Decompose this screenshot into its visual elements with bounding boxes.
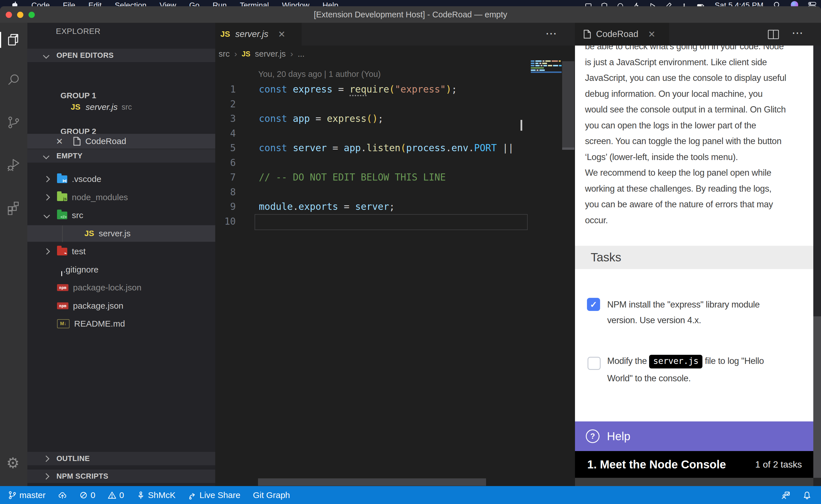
close-icon[interactable]: ✕: [56, 136, 63, 146]
warning-icon: [108, 491, 116, 499]
tree-item-label: package.json: [73, 301, 123, 311]
editor-group-1: JS server.js ✕ ⋯ src › JS server.js › ..…: [215, 23, 575, 486]
pen-icon[interactable]: [665, 1, 672, 6]
webview-scrollbar-thumb[interactable]: [813, 46, 821, 316]
tree-item-.vscode[interactable]: ⋈.vscode: [27, 171, 215, 187]
code-line-2[interactable]: 2: [215, 97, 529, 112]
status-item-master[interactable]: master: [8, 490, 46, 500]
open-editor-coderoad[interactable]: ✕ CodeRoad: [27, 134, 215, 149]
shield-icon[interactable]: [600, 1, 608, 6]
tree-item-label: .gitignore: [63, 265, 98, 274]
npm-scripts-header[interactable]: NPM SCRIPTS: [27, 470, 215, 483]
menu-file[interactable]: File: [63, 1, 75, 6]
siri-icon[interactable]: [791, 1, 798, 6]
code-line-6[interactable]: 6: [215, 155, 529, 170]
editor-vertical-scrollbar[interactable]: [562, 61, 574, 149]
help-bar[interactable]: ? Help: [575, 421, 813, 451]
code-line-9[interactable]: 9module.exports = server;: [215, 199, 529, 214]
chevron-right-icon: [44, 176, 50, 183]
run-and-debug-icon[interactable]: [7, 158, 21, 171]
bell-icon[interactable]: [803, 491, 811, 499]
code-line-1[interactable]: 1const express = require("express");: [215, 82, 529, 97]
source-control-icon[interactable]: [7, 116, 21, 129]
menu-terminal[interactable]: Terminal: [240, 1, 269, 6]
open-editors-header[interactable]: OPEN EDITORS: [27, 49, 215, 62]
more-actions-icon[interactable]: ⋯: [792, 26, 804, 39]
explorer-icon[interactable]: [7, 33, 21, 47]
tree-item-README.md[interactable]: M↓README.md: [27, 315, 215, 332]
bolt-icon[interactable]: [633, 1, 640, 6]
line-number: 3: [215, 111, 236, 126]
menu-run[interactable]: Run: [213, 1, 227, 6]
tree-item-test[interactable]: ⌁test: [27, 243, 215, 260]
status-item-cloud-upload-icon[interactable]: [58, 491, 67, 499]
breadcrumb-file[interactable]: server.js: [255, 49, 286, 59]
menu-code[interactable]: Code: [31, 1, 50, 6]
tree-item-package.json[interactable]: npmpackage.json: [27, 298, 215, 314]
code-chip: server.js: [649, 355, 703, 368]
menu-go[interactable]: Go: [189, 1, 199, 6]
tree-item-label: src: [72, 210, 83, 220]
search-icon[interactable]: [773, 0, 781, 6]
status-item-0[interactable]: 0: [79, 490, 95, 500]
menu-help[interactable]: Help: [322, 1, 338, 6]
code-line-4[interactable]: 4: [215, 126, 529, 141]
status-item-0[interactable]: 0: [108, 490, 124, 500]
split-editor-icon[interactable]: [768, 30, 779, 39]
display-icon[interactable]: [585, 1, 592, 6]
extensions-icon[interactable]: [7, 201, 21, 215]
code-line-7[interactable]: 7// -- DO NOT EDIT BELOW THIS LINE: [215, 170, 529, 185]
record-icon[interactable]: [617, 1, 624, 6]
code-line-10[interactable]: 10: [215, 214, 529, 229]
macos-menu-bar: CodeFileEditSelectionViewGoRunTerminalWi…: [0, 0, 821, 6]
tree-item-src[interactable]: </>src: [27, 207, 215, 224]
search-icon[interactable]: [7, 73, 21, 87]
menu-window[interactable]: Window: [282, 1, 309, 6]
menu-view[interactable]: View: [160, 1, 176, 6]
close-tab-icon[interactable]: ✕: [648, 29, 656, 40]
breadcrumb-src[interactable]: src: [219, 49, 230, 59]
menu-edit[interactable]: Edit: [88, 1, 102, 6]
webview-scrollbar-track[interactable]: [813, 316, 821, 478]
minimap[interactable]: [531, 60, 562, 73]
line-number: 8: [215, 185, 236, 200]
task-1-checkbox[interactable]: ✓: [587, 298, 600, 311]
control-center-icon[interactable]: [808, 0, 816, 6]
status-item-git-graph[interactable]: Git Graph: [253, 490, 290, 500]
editor-actions-icon[interactable]: ⋯: [545, 27, 557, 40]
tree-item-.gitignore[interactable]: .gitignore: [27, 261, 215, 278]
battery-icon[interactable]: [697, 1, 705, 6]
breadcrumb-symbol[interactable]: ...: [298, 49, 305, 59]
chevron-down-icon: [44, 212, 50, 219]
play-icon[interactable]: [649, 1, 656, 6]
breadcrumb-separator: ›: [290, 49, 293, 59]
tab-coderoad[interactable]: CodeRoad ✕: [575, 23, 669, 46]
tree-item-server.js[interactable]: JSserver.js: [27, 225, 215, 242]
code-line-3[interactable]: 3const app = express();: [215, 111, 529, 126]
editor-horizontal-scrollbar[interactable]: [258, 478, 486, 486]
person-mic-icon: [136, 491, 145, 499]
status-bar: master00ShMcKLive ShareGit Graph: [0, 486, 821, 504]
status-item-shmck[interactable]: ShMcK: [136, 490, 175, 500]
code-line-8[interactable]: 8: [215, 185, 529, 200]
tab-serverjs[interactable]: JS server.js ✕: [215, 23, 302, 46]
menubar-clock[interactable]: Sat 5 4:45 PM: [715, 0, 763, 6]
empty-folder-header[interactable]: EMPTY: [27, 149, 215, 163]
paragraph-line: JavaScript, you can use the console to d…: [585, 70, 786, 86]
outline-header[interactable]: OUTLINE: [27, 452, 215, 465]
menu-selection[interactable]: Selection: [115, 1, 146, 6]
status-item-live-share[interactable]: Live Share: [188, 490, 240, 500]
open-editor-name: CodeRoad: [85, 136, 126, 146]
settings-gear-icon[interactable]: ⚙: [6, 454, 20, 472]
tree-item-node_modules[interactable]: jsnode_modules: [27, 189, 215, 206]
feedback-icon[interactable]: [782, 491, 790, 499]
open-editor-serverjs[interactable]: JS server.js src: [27, 100, 215, 114]
task-2-checkbox[interactable]: [587, 357, 600, 370]
breadcrumb[interactable]: src › JS server.js › ...: [219, 47, 305, 61]
code-line-5[interactable]: 5const server = app.listen(process.env.P…: [215, 141, 529, 155]
dots-icon[interactable]: [681, 1, 688, 6]
close-tab-icon[interactable]: ✕: [278, 29, 285, 40]
coderoad-webview: be able to check what's going on in your…: [575, 46, 813, 478]
tree-item-package-lock.json[interactable]: npmpackage-lock.json: [27, 279, 215, 296]
apple-icon[interactable]: [11, 0, 18, 6]
